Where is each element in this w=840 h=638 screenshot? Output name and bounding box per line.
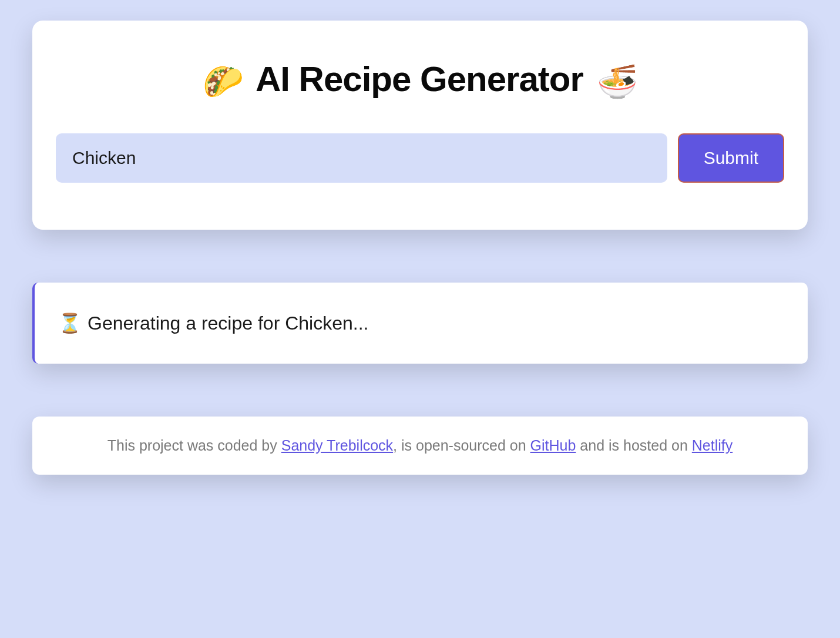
status-message: ⏳Generating a recipe for Chicken... <box>58 312 784 334</box>
status-card: ⏳Generating a recipe for Chicken... <box>32 283 808 364</box>
github-link[interactable]: GitHub <box>530 437 576 454</box>
footer-mid2: and is hosted on <box>576 437 691 454</box>
hourglass-icon: ⏳ <box>58 313 82 334</box>
footer-mid1: , is open-sourced on <box>393 437 530 454</box>
taco-icon: 🌮 <box>203 63 243 100</box>
noodle-bowl-icon: 🍜 <box>597 63 637 100</box>
header-card: 🌮 AI Recipe Generator 🍜 Submit <box>32 21 808 230</box>
title-text: AI Recipe Generator <box>256 59 583 99</box>
author-link[interactable]: Sandy Trebilcock <box>281 437 393 454</box>
ingredient-input[interactable] <box>56 133 667 183</box>
status-text: Generating a recipe for Chicken... <box>88 313 368 334</box>
submit-button[interactable]: Submit <box>678 133 784 183</box>
footer-card: This project was coded by Sandy Trebilco… <box>32 417 808 475</box>
footer-text: This project was coded by Sandy Trebilco… <box>56 437 784 454</box>
recipe-form: Submit <box>56 133 784 183</box>
footer-prefix: This project was coded by <box>107 437 281 454</box>
netlify-link[interactable]: Netlify <box>692 437 733 454</box>
page-title: 🌮 AI Recipe Generator 🍜 <box>56 59 784 101</box>
